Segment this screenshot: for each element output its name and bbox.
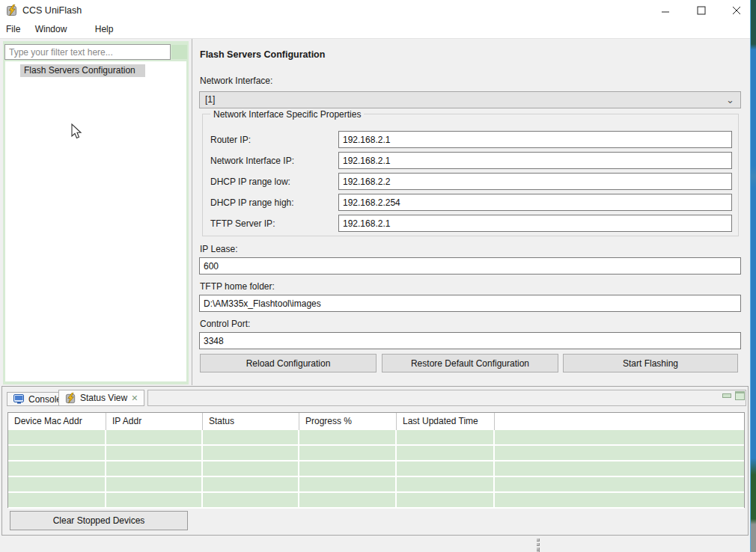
group-title: Network Interface Specific Properties [210, 109, 364, 120]
column-header-status[interactable]: Status [203, 413, 299, 430]
router-ip-label: Router IP: [210, 135, 251, 145]
resize-grip[interactable] [535, 538, 541, 552]
tab-status-view-label: Status View [80, 393, 127, 403]
ip-lease-field[interactable] [199, 257, 741, 275]
menu-help[interactable]: Help [89, 21, 120, 39]
dhcp-ip-range-high-label: DHCP IP range high: [210, 197, 294, 208]
column-header-progress[interactable]: Progress % [299, 413, 397, 430]
dhcp-ip-range-low-label: DHCP IP range low: [210, 177, 290, 187]
minimize-icon [661, 6, 670, 15]
filter-input[interactable] [4, 44, 171, 60]
tab-strip [147, 390, 746, 406]
close-icon [732, 6, 741, 15]
panel-maximize-icon[interactable] [735, 391, 745, 400]
menu-bar: File Window Help [0, 21, 750, 39]
table-row [8, 446, 744, 461]
column-header-last-updated-time[interactable]: Last Updated Time [397, 413, 495, 430]
panel-minimize-icon[interactable] [722, 393, 731, 398]
network-interface-value: [1] [205, 94, 215, 105]
dhcp-ip-range-low-field[interactable] [338, 173, 732, 190]
menu-window[interactable]: Window [29, 21, 73, 39]
clear-stopped-devices-button[interactable]: Clear Stopped Devices [10, 511, 188, 530]
window-title: CCS UniFlash [22, 5, 82, 16]
network-interface-label: Network Interface: [200, 76, 272, 86]
tab-close-icon[interactable]: ✕ [131, 393, 138, 403]
tab-console-label: Console [28, 394, 61, 405]
menu-file[interactable]: File [0, 21, 26, 39]
device-status-table[interactable]: Device Mac Addr IP Addr Status Progress … [7, 412, 745, 508]
minimize-button[interactable] [653, 2, 677, 19]
start-flashing-button[interactable]: Start Flashing [563, 354, 738, 372]
maximize-icon [697, 6, 706, 15]
page-title: Flash Servers Configuration [200, 49, 325, 60]
close-button[interactable] [725, 2, 749, 19]
control-port-field[interactable] [199, 332, 741, 349]
app-window: CCS UniFlash File Window Help Flash Serv… [0, 0, 756, 552]
column-header-ip-addr[interactable]: IP Addr [106, 413, 203, 430]
mouse-cursor-icon [71, 123, 82, 140]
table-row [8, 461, 744, 477]
router-ip-field[interactable] [338, 131, 732, 148]
chevron-down-icon: ⌄ [726, 92, 734, 108]
filter-clear-area[interactable] [171, 45, 187, 59]
sidebar: Flash Servers Configuration [3, 41, 189, 384]
maximize-button[interactable] [689, 2, 713, 19]
config-tree: Flash Servers Configuration [5, 61, 186, 381]
network-interface-ip-label: Network Interface IP: [210, 156, 294, 166]
title-bar: CCS UniFlash [0, 0, 750, 21]
tftp-home-folder-field[interactable] [199, 295, 741, 312]
app-flash-bolt-icon [6, 4, 18, 16]
table-row [8, 430, 744, 446]
console-monitor-icon [13, 394, 25, 404]
column-header-empty[interactable] [495, 413, 744, 430]
table-row [8, 493, 744, 509]
tree-item-flash-servers-configuration[interactable]: Flash Servers Configuration [20, 64, 145, 77]
tftp-server-ip-field[interactable] [338, 215, 732, 232]
panel-divider[interactable] [192, 39, 192, 385]
tab-status-view[interactable]: Status View ✕ [58, 390, 144, 406]
network-interface-select[interactable]: [1] ⌄ [199, 91, 741, 108]
tftp-server-ip-label: TFTP Server IP: [210, 218, 275, 229]
tftp-home-folder-label: TFTP home folder: [200, 281, 275, 292]
desktop-background-strip [750, 0, 756, 552]
network-interface-ip-field[interactable] [338, 152, 732, 169]
status-view-panel: Console Status View ✕ Device Mac Addr IP… [1, 386, 749, 536]
reload-configuration-button[interactable]: Reload Configuration [200, 354, 377, 372]
restore-default-configuration-button[interactable]: Restore Default Configuration [382, 354, 558, 372]
flash-bolt-icon [65, 393, 76, 404]
control-port-label: Control Port: [200, 319, 250, 329]
column-header-device-mac-addr[interactable]: Device Mac Addr [8, 413, 106, 430]
ip-lease-label: IP Lease: [200, 244, 237, 254]
dhcp-ip-range-high-field[interactable] [338, 194, 732, 211]
table-header-row: Device Mac Addr IP Addr Status Progress … [8, 413, 744, 430]
table-row [8, 477, 744, 493]
